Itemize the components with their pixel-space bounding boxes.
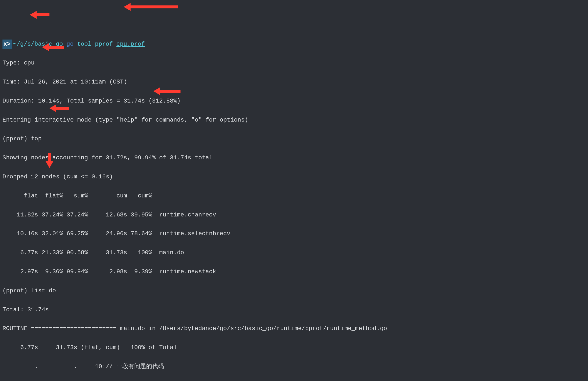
cmd-pprof: pprof: [95, 41, 113, 47]
list-summary-line: 6.77s 31.73s (flat, cum) 100% of Total: [2, 343, 586, 352]
cmd-go: go: [67, 41, 74, 47]
svg-rect-3: [36, 13, 49, 16]
top-row: 2.97s 9.36% 99.94% 2.98s 9.39% runtime.n…: [2, 267, 586, 276]
top-row: 6.77s 21.33% 90.58% 31.73s 100% main.do: [2, 248, 586, 257]
time-line: Time: Jul 26, 2021 at 10:11am (CST): [2, 77, 586, 87]
prompt-line: x>~/g/s/basic_go go tool pprof cpu.prof: [2, 40, 586, 49]
top-dropped-line: Dropped 12 nodes (cum <= 0.16s): [2, 172, 586, 182]
list-prompt-line: (pprof) list do: [2, 286, 586, 296]
cmd-file: cpu.prof: [116, 41, 145, 47]
svg-marker-0: [124, 3, 131, 11]
source-line: . . 10:// 一段有问题的代码: [2, 362, 586, 371]
top-prompt-line: (pprof) top: [2, 134, 586, 144]
top-showing-line: Showing nodes accounting for 31.72s, 99.…: [2, 153, 586, 163]
prompt-icon: x>: [2, 40, 12, 49]
svg-marker-6: [153, 87, 160, 95]
prompt-path: ~/g/s/basic_go: [13, 41, 63, 47]
top-row: 10.16s 32.01% 69.25% 24.96s 78.64% runti…: [2, 229, 586, 238]
duration-line: Duration: 10.14s, Total samples = 31.74s…: [2, 96, 586, 106]
top-header-row: flat flat% sum% cum cum%: [2, 191, 586, 201]
svg-rect-9: [55, 107, 69, 110]
svg-rect-7: [159, 90, 181, 93]
annotation-arrow: [30, 10, 49, 20]
annotation-arrow: [153, 86, 181, 96]
annotation-arrow: [124, 2, 178, 12]
top-row: 11.82s 37.24% 37.24% 12.68s 39.95% runti…: [2, 210, 586, 220]
svg-marker-2: [30, 11, 37, 19]
list-total-line: Total: 31.74s: [2, 305, 586, 315]
list-routine-line: ROUTINE ======================== main.do…: [2, 324, 586, 333]
cmd-tool: tool: [77, 41, 91, 47]
svg-rect-1: [130, 5, 178, 8]
interactive-line: Entering interactive mode (type "help" f…: [2, 115, 586, 125]
type-line: Type: cpu: [2, 58, 586, 68]
